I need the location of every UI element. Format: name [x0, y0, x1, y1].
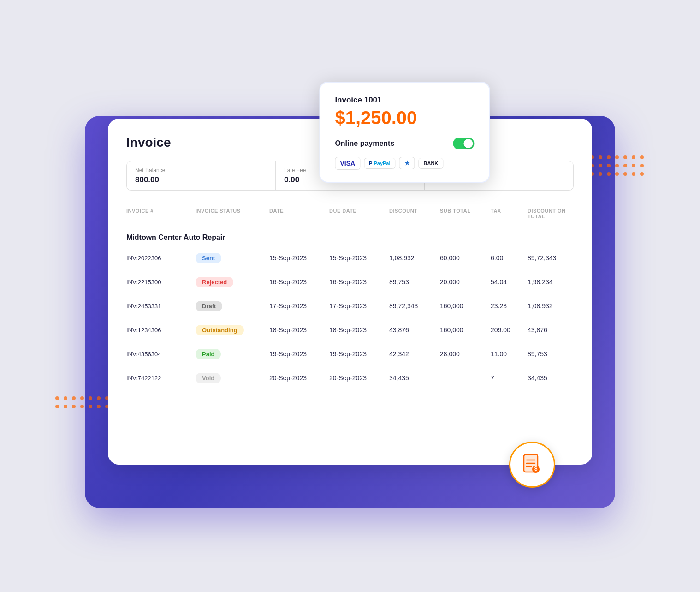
visa-icon: VISA — [340, 160, 355, 167]
tax-cell: 6.00 — [491, 254, 528, 262]
date-cell: 19-Sep-2023 — [269, 350, 329, 358]
status-badge: Paid — [196, 349, 221, 359]
table-row[interactable]: INV:1234306 Outstanding 18-Sep-2023 18-S… — [126, 318, 574, 342]
discount-on-total-cell: 1,98,234 — [528, 278, 583, 286]
due-date-cell: 15-Sep-2023 — [329, 254, 389, 262]
invoice-number: INV:2453331 — [126, 303, 196, 310]
table-row[interactable]: INV:7422122 Void 20-Sep-2023 20-Sep-2023… — [126, 366, 574, 390]
table-row[interactable]: INV:2215300 Rejected 16-Sep-2023 16-Sep-… — [126, 270, 574, 294]
invoice-number: INV:4356304 — [126, 351, 196, 358]
tax-cell: 23.23 — [491, 302, 528, 310]
discount-cell: 34,435 — [389, 374, 440, 382]
online-payments-toggle[interactable] — [453, 138, 474, 149]
table-header: INVOICE # INVOICE STATUS DATE DUE DATE D… — [126, 203, 574, 224]
discount-on-total-cell: 43,876 — [528, 326, 583, 334]
status-badge: Sent — [196, 253, 221, 263]
due-date-cell: 17-Sep-2023 — [329, 302, 389, 310]
status-badge: Void — [196, 373, 221, 383]
sub-total-cell: 20,000 — [440, 278, 491, 286]
invoice-status-cell: Void — [196, 373, 269, 383]
tax-cell: 11.00 — [491, 350, 528, 358]
paypal-badge[interactable]: P PayPal — [364, 158, 395, 169]
discount-cell: 89,72,343 — [389, 302, 440, 310]
group-title: Midtown Center Auto Repair — [126, 226, 574, 246]
discount-cell: 1,08,932 — [389, 254, 440, 262]
col-discount: DISCOUNT — [389, 208, 440, 219]
invoice-status-cell: Outstanding — [196, 325, 269, 335]
invoice-icon-bubble[interactable]: $ — [509, 442, 555, 488]
payment-methods: VISA P PayPal ★ BANK — [335, 157, 474, 170]
sub-total-cell: 160,000 — [440, 326, 491, 334]
popup-payments-label: Online payments — [335, 139, 394, 148]
sub-total-cell: 160,000 — [440, 302, 491, 310]
discount-on-total-cell: 89,72,343 — [528, 254, 583, 262]
paypal-icon: P — [369, 161, 372, 166]
date-cell: 16-Sep-2023 — [269, 278, 329, 286]
invoice-number: INV:1234306 — [126, 327, 196, 334]
net-balance-value: 800.00 — [135, 175, 267, 185]
tax-cell: 209.00 — [491, 326, 528, 334]
date-cell: 18-Sep-2023 — [269, 326, 329, 334]
sub-total-cell: 60,000 — [440, 254, 491, 262]
decorative-dots-top-right — [590, 155, 645, 177]
table-row[interactable]: INV:2453331 Draft 17-Sep-2023 17-Sep-202… — [126, 294, 574, 318]
discount-cell: 89,753 — [389, 278, 440, 286]
invoice-status-cell: Draft — [196, 301, 269, 311]
invoice-status-cell: Rejected — [196, 277, 269, 287]
invoice-number: INV:7422122 — [126, 375, 196, 382]
invoice-status-cell: Sent — [196, 253, 269, 263]
invoice-table: INVOICE # INVOICE STATUS DATE DUE DATE D… — [126, 203, 574, 390]
tax-cell: 7 — [491, 374, 528, 382]
status-badge: Rejected — [196, 277, 233, 287]
paypal-text: PayPal — [374, 161, 390, 166]
col-date: DATE — [269, 208, 329, 219]
sub-total-cell: 28,000 — [440, 350, 491, 358]
popup-invoice-label: Invoice 1001 — [335, 96, 474, 105]
discount-on-total-cell: 1,08,932 — [528, 302, 583, 310]
table-row[interactable]: INV:4356304 Paid 19-Sep-2023 19-Sep-2023… — [126, 342, 574, 366]
due-date-cell: 16-Sep-2023 — [329, 278, 389, 286]
popup-amount: $1,250.00 — [335, 108, 474, 128]
date-cell: 15-Sep-2023 — [269, 254, 329, 262]
date-cell: 17-Sep-2023 — [269, 302, 329, 310]
invoice-icon: $ — [520, 453, 544, 477]
col-sub-total: SUB TOTAL — [440, 208, 491, 219]
due-date-cell: 19-Sep-2023 — [329, 350, 389, 358]
svg-text:$: $ — [534, 466, 538, 472]
invoice-number: INV:2215300 — [126, 279, 196, 286]
col-due-date: DUE DATE — [329, 208, 389, 219]
popup-card: Invoice 1001 $1,250.00 Online payments V… — [319, 82, 490, 183]
invoice-status-cell: Paid — [196, 349, 269, 359]
due-date-cell: 18-Sep-2023 — [329, 326, 389, 334]
table-rows: INV:2022306 Sent 15-Sep-2023 15-Sep-2023… — [126, 246, 574, 390]
table-row[interactable]: INV:2022306 Sent 15-Sep-2023 15-Sep-2023… — [126, 246, 574, 270]
group-name: Midtown Center Auto Repair — [126, 233, 225, 241]
invoice-number: INV:2022306 — [126, 255, 196, 262]
discount-on-total-cell: 89,753 — [528, 350, 583, 358]
amex-icon: ★ — [404, 160, 410, 167]
status-badge: Outstanding — [196, 325, 244, 335]
bank-text: BANK — [424, 161, 439, 166]
status-badge: Draft — [196, 301, 222, 311]
amex-badge[interactable]: ★ — [399, 157, 415, 169]
col-invoice-num: INVOICE # — [126, 208, 196, 219]
visa-badge[interactable]: VISA — [335, 157, 360, 170]
tax-cell: 54.04 — [491, 278, 528, 286]
discount-cell: 43,876 — [389, 326, 440, 334]
discount-cell: 42,342 — [389, 350, 440, 358]
bank-badge[interactable]: BANK — [419, 158, 444, 169]
col-discount-on-total: DISCOUNT ON TOTAL — [528, 208, 583, 219]
date-cell: 20-Sep-2023 — [269, 374, 329, 382]
col-invoice-status: INVOICE STATUS — [196, 208, 269, 219]
col-tax: TAX — [491, 208, 528, 219]
discount-on-total-cell: 34,435 — [528, 374, 583, 382]
due-date-cell: 20-Sep-2023 — [329, 374, 389, 382]
main-card: Invoice 1001 $1,250.00 Online payments V… — [108, 119, 592, 465]
net-balance-item: Net Balance 800.00 — [127, 161, 276, 190]
net-balance-label: Net Balance — [135, 167, 267, 173]
